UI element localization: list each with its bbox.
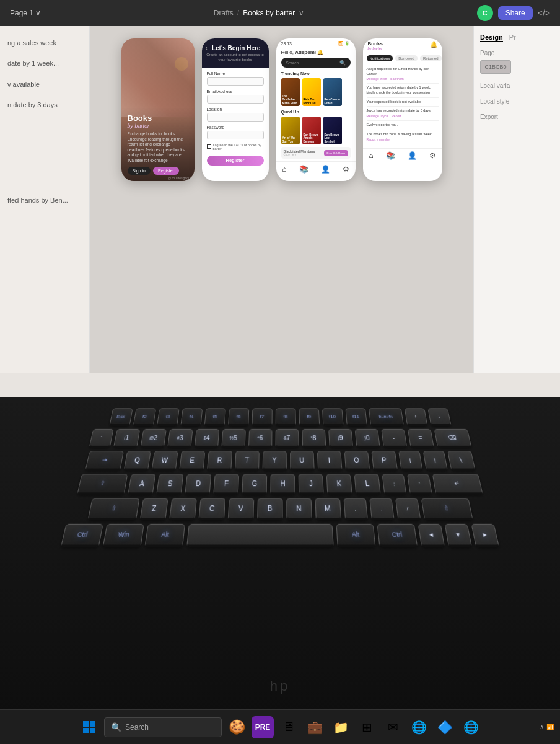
key-f6[interactable]: f6 bbox=[228, 408, 249, 426]
key-left[interactable]: ◄ bbox=[418, 524, 445, 547]
tab-notifications[interactable]: Notifications bbox=[367, 55, 393, 61]
key-v[interactable]: V bbox=[227, 498, 254, 520]
password-input[interactable] bbox=[207, 131, 264, 140]
key-f4[interactable]: f4 bbox=[180, 408, 203, 426]
key-esc[interactable]: Esc bbox=[109, 408, 133, 426]
key-w[interactable]: W bbox=[151, 451, 178, 471]
key-capslock[interactable]: ⇪ bbox=[77, 474, 128, 494]
key-o[interactable]: O bbox=[344, 451, 370, 471]
key-backtick[interactable]: ` bbox=[89, 429, 113, 448]
nav-profile-icon[interactable]: 👤 bbox=[321, 165, 330, 174]
key-c[interactable]: C bbox=[198, 498, 225, 520]
key-8[interactable]: *8 bbox=[302, 429, 326, 448]
key-f9[interactable]: f9 bbox=[299, 408, 320, 426]
fullname-input[interactable] bbox=[207, 77, 264, 86]
key-slash[interactable]: / bbox=[395, 498, 420, 520]
tab-returned[interactable]: Returned bbox=[420, 55, 442, 61]
key-l[interactable]: L bbox=[354, 474, 381, 494]
taskbar-icon-grid[interactable]: ⊞ bbox=[356, 716, 378, 738]
ban-them-link[interactable]: Ban them bbox=[390, 77, 403, 81]
key-hunt-fn[interactable]: hunt fn bbox=[369, 408, 404, 426]
search-bar[interactable]: Search 🔍 bbox=[281, 58, 351, 68]
taskbar-wifi-icon[interactable]: 📶 bbox=[546, 724, 554, 730]
key-f10[interactable]: f10 bbox=[322, 408, 343, 426]
key-2[interactable]: @2 bbox=[140, 429, 166, 448]
notif-nav-home[interactable]: ⌂ bbox=[369, 151, 373, 160]
key-a[interactable]: A bbox=[128, 474, 155, 494]
taskbar-icon-edge[interactable]: 🌐 bbox=[408, 716, 430, 738]
key-tab[interactable]: ⇥ bbox=[85, 451, 124, 471]
project-name[interactable]: Books by barter bbox=[243, 9, 295, 17]
key-x[interactable]: X bbox=[168, 498, 196, 520]
key-j[interactable]: J bbox=[299, 474, 324, 494]
key-e[interactable]: E bbox=[179, 451, 205, 471]
key-ralt[interactable]: Alt bbox=[336, 524, 375, 547]
key-p[interactable]: P bbox=[371, 451, 398, 471]
back-icon[interactable]: ‹ bbox=[206, 45, 208, 51]
project-dropdown-icon[interactable]: ∨ bbox=[299, 9, 304, 17]
key-rshift[interactable]: ⇧ bbox=[421, 498, 473, 520]
tab-design[interactable]: Design bbox=[480, 33, 503, 42]
taskbar-icon-pre[interactable]: PRE bbox=[252, 716, 274, 738]
key-rctrl[interactable]: Ctrl bbox=[377, 524, 418, 547]
key-lshift[interactable]: ⇧ bbox=[87, 498, 139, 520]
key-f8[interactable]: f8 bbox=[275, 408, 295, 426]
key-g[interactable]: G bbox=[242, 474, 267, 494]
nav-books-icon[interactable]: 📚 bbox=[299, 165, 308, 174]
key-r[interactable]: R bbox=[206, 451, 232, 471]
key-u[interactable]: U bbox=[289, 451, 314, 471]
key-lalt[interactable]: Alt bbox=[144, 524, 185, 547]
key-b[interactable]: B bbox=[256, 498, 282, 520]
key-9[interactable]: (9 bbox=[328, 429, 353, 448]
key-z[interactable]: Z bbox=[139, 498, 168, 520]
key-down-arrow[interactable]: ▼ bbox=[444, 524, 472, 547]
key-right[interactable]: ► bbox=[471, 524, 499, 547]
key-m[interactable]: M bbox=[315, 498, 341, 520]
key-comma[interactable]: , bbox=[343, 498, 367, 520]
notif-nav-books[interactable]: 📚 bbox=[386, 151, 395, 160]
key-1[interactable]: !1 bbox=[113, 429, 139, 448]
taskbar-search[interactable]: 🔍 Search bbox=[104, 717, 222, 737]
book-godfather[interactable]: The Godfather Mario Puzo bbox=[281, 78, 300, 106]
message-joyce-link[interactable]: Message Joyce bbox=[367, 114, 388, 118]
key-i[interactable]: I bbox=[317, 451, 342, 471]
key-quote[interactable]: ' bbox=[407, 474, 432, 494]
key-semicolon[interactable]: ; bbox=[382, 474, 406, 494]
page-selector[interactable]: Page 1 ∨ bbox=[10, 9, 41, 17]
key-f2[interactable]: f2 bbox=[133, 408, 156, 426]
key-k[interactable]: K bbox=[326, 474, 352, 494]
key-up[interactable]: ↑ bbox=[404, 408, 427, 426]
taskbar-icon-mail[interactable]: ✉ bbox=[382, 716, 404, 738]
key-0[interactable]: )0 bbox=[354, 429, 380, 448]
taskbar-icon-folder[interactable]: 📁 bbox=[330, 716, 352, 738]
key-lbracket[interactable]: [ bbox=[398, 451, 422, 471]
nav-settings-icon[interactable]: ⚙ bbox=[343, 165, 349, 174]
tab-prototype[interactable]: Pr bbox=[509, 33, 516, 42]
enroll-button[interactable]: Enroll & Book bbox=[324, 150, 348, 156]
book-angels-demons[interactable]: Dan Brown Angels Demons bbox=[302, 117, 321, 144]
key-backslash[interactable]: \ bbox=[447, 451, 476, 471]
taskbar-icon-cookie[interactable]: 🍪 bbox=[225, 716, 248, 738]
key-d[interactable]: D bbox=[185, 474, 211, 494]
key-7[interactable]: &7 bbox=[275, 429, 299, 448]
register-submit-button[interactable]: Register bbox=[207, 156, 264, 166]
nav-home-icon[interactable]: ⌂ bbox=[282, 165, 286, 174]
register-button[interactable]: Register bbox=[153, 167, 179, 175]
taskbar-icon-window[interactable]: 🖥 bbox=[278, 716, 300, 738]
key-f7[interactable]: f7 bbox=[252, 408, 272, 426]
report-member-link[interactable]: Report a member bbox=[367, 138, 391, 142]
key-f3[interactable]: f3 bbox=[156, 408, 179, 426]
key-6[interactable]: ^6 bbox=[248, 429, 272, 448]
notif-nav-settings[interactable]: ⚙ bbox=[429, 151, 436, 160]
key-period[interactable]: . bbox=[369, 498, 394, 520]
key-enter[interactable]: ↵ bbox=[432, 474, 483, 494]
key-5[interactable]: %5 bbox=[221, 429, 246, 448]
key-f11[interactable]: f11 bbox=[345, 408, 367, 426]
key-minus[interactable]: - bbox=[381, 429, 407, 448]
key-down[interactable]: ↓ bbox=[427, 408, 451, 426]
book-lost-symbol[interactable]: Dan Brown Lost Symbol bbox=[323, 117, 342, 144]
key-4[interactable]: $4 bbox=[194, 429, 219, 448]
key-3[interactable]: #3 bbox=[167, 429, 193, 448]
key-win[interactable]: Win bbox=[103, 524, 144, 547]
taskbar-chevron-up[interactable]: ∧ bbox=[540, 724, 544, 730]
